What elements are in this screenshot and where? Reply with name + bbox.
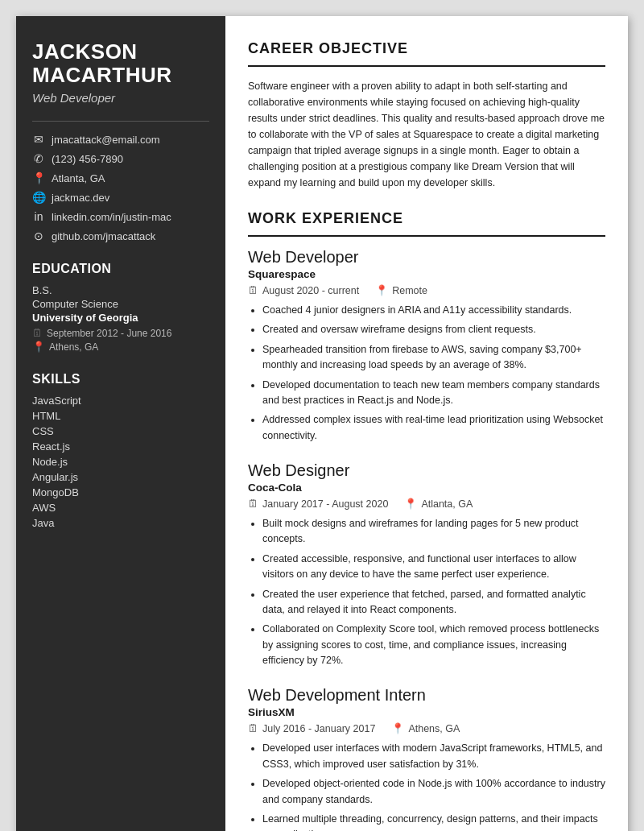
job-bullet: Collaborated on Complexity Score tool, w… bbox=[262, 622, 605, 668]
job-title: Web Development Intern bbox=[248, 686, 605, 705]
job-location: 📍 Atlanta, GA bbox=[404, 498, 473, 510]
contact-email: ✉ jmacattack@email.com bbox=[32, 133, 209, 146]
location-edu-icon: 📍 bbox=[32, 341, 45, 353]
education-dates: 🗓 September 2012 - June 2016 bbox=[32, 327, 209, 339]
job-location: 📍 Remote bbox=[375, 284, 427, 296]
job-bullets: Built mock designs and wireframes for la… bbox=[248, 516, 605, 668]
job-bullet: Coached 4 junior designers in ARIA and A… bbox=[262, 303, 605, 318]
jobs-container: Web Developer Squarespace 🗓 August 2020 … bbox=[248, 248, 605, 831]
job-bullets: Developed user interfaces with modern Ja… bbox=[248, 741, 605, 831]
contact-website: 🌐 jackmac.dev bbox=[32, 191, 209, 204]
phone-icon: ✆ bbox=[32, 152, 45, 165]
job-bullet: Developed object-oriented code in Node.j… bbox=[262, 776, 605, 808]
job-bullet: Created and oversaw wireframe designs fr… bbox=[262, 322, 605, 337]
contact-linkedin: in linkedin.com/in/justin-mac bbox=[32, 210, 209, 223]
job-company: Squarespace bbox=[248, 268, 605, 280]
skill-item: Java bbox=[32, 517, 209, 529]
skill-item: HTML bbox=[32, 410, 209, 422]
job-meta: 🗓 January 2017 - August 2020 📍 Atlanta, … bbox=[248, 498, 605, 510]
skill-item: CSS bbox=[32, 425, 209, 437]
main-content: CAREER OBJECTIVE Software engineer with … bbox=[225, 16, 628, 831]
contact-phone: ✆ (123) 456-7890 bbox=[32, 152, 209, 165]
work-experience-section: WORK EXPERIENCE Web Developer Squarespac… bbox=[248, 210, 605, 831]
contact-location: 📍 Atlanta, GA bbox=[32, 172, 209, 184]
job-meta: 🗓 July 2016 - January 2017 📍 Athens, GA bbox=[248, 722, 605, 734]
job-bullet: Created accessible, responsive, and func… bbox=[262, 552, 605, 583]
job-bullets: Coached 4 junior designers in ARIA and A… bbox=[248, 303, 605, 444]
career-objective-text: Software engineer with a proven ability … bbox=[248, 78, 605, 191]
job-dates: 🗓 August 2020 - current bbox=[248, 284, 359, 296]
skill-item: React.js bbox=[32, 440, 209, 453]
job-bullet: Developed documentation to teach new tea… bbox=[262, 378, 605, 409]
work-experience-heading: WORK EXPERIENCE bbox=[248, 210, 605, 227]
skill-item: AWS bbox=[32, 502, 209, 514]
globe-icon: 🌐 bbox=[32, 191, 45, 204]
candidate-name: JACKSON MACARTHUR bbox=[32, 40, 209, 86]
skill-item: MongoDB bbox=[32, 486, 209, 498]
job-company: Coca-Cola bbox=[248, 482, 605, 494]
job-entry: Web Development Intern SiriusXM 🗓 July 2… bbox=[248, 686, 605, 831]
job-title: Web Designer bbox=[248, 461, 605, 480]
candidate-title: Web Developer bbox=[32, 91, 209, 105]
job-entry: Web Developer Squarespace 🗓 August 2020 … bbox=[248, 248, 605, 444]
linkedin-icon: in bbox=[32, 210, 45, 223]
job-bullet: Spearheaded transition from firebase to … bbox=[262, 342, 605, 374]
location-icon: 📍 bbox=[32, 172, 45, 184]
calendar-icon: 🗓 bbox=[32, 327, 43, 339]
career-objective-section: CAREER OBJECTIVE Software engineer with … bbox=[248, 40, 605, 191]
email-icon: ✉ bbox=[32, 133, 45, 146]
job-company: SiriusXM bbox=[248, 706, 605, 718]
job-dates: 🗓 January 2017 - August 2020 bbox=[248, 498, 388, 510]
location-icon: 📍 bbox=[375, 284, 388, 296]
education-degree: B.S. bbox=[32, 284, 209, 296]
sidebar: JACKSON MACARTHUR Web Developer ✉ jmacat… bbox=[16, 16, 225, 831]
job-location: 📍 Athens, GA bbox=[391, 722, 460, 734]
calendar-icon: 🗓 bbox=[248, 498, 258, 510]
calendar-icon: 🗓 bbox=[248, 284, 258, 296]
career-objective-divider bbox=[248, 65, 605, 67]
job-bullet: Addressed complex issues with real-time … bbox=[262, 412, 605, 444]
work-experience-divider bbox=[248, 235, 605, 237]
location-icon: 📍 bbox=[391, 722, 404, 734]
job-entry: Web Designer Coca-Cola 🗓 January 2017 - … bbox=[248, 461, 605, 668]
education-school: University of Georgia bbox=[32, 312, 209, 324]
skills-heading: SKILLS bbox=[32, 372, 209, 387]
resume-container: JACKSON MACARTHUR Web Developer ✉ jmacat… bbox=[16, 16, 628, 831]
github-icon: ⊙ bbox=[32, 229, 45, 242]
skill-item: JavaScript bbox=[32, 395, 209, 407]
job-bullet: Learned multiple threading, concurrency,… bbox=[262, 812, 605, 831]
job-dates: 🗓 July 2016 - January 2017 bbox=[248, 722, 375, 734]
job-bullet: Created the user experience that fetched… bbox=[262, 587, 605, 618]
education-location: 📍 Athens, GA bbox=[32, 341, 209, 353]
divider-1 bbox=[32, 121, 209, 122]
skill-item: Angular.js bbox=[32, 471, 209, 483]
calendar-icon: 🗓 bbox=[248, 722, 258, 734]
skill-item: Node.js bbox=[32, 456, 209, 468]
skills-list: JavaScriptHTMLCSSReact.jsNode.jsAngular.… bbox=[32, 395, 209, 529]
location-icon: 📍 bbox=[404, 498, 417, 510]
job-meta: 🗓 August 2020 - current 📍 Remote bbox=[248, 284, 605, 296]
career-objective-heading: CAREER OBJECTIVE bbox=[248, 40, 605, 57]
contact-github: ⊙ github.com/jmacattack bbox=[32, 229, 209, 242]
job-bullet: Built mock designs and wireframes for la… bbox=[262, 516, 605, 548]
job-bullet: Developed user interfaces with modern Ja… bbox=[262, 741, 605, 772]
education-heading: EDUCATION bbox=[32, 262, 209, 276]
job-title: Web Developer bbox=[248, 248, 605, 267]
education-field: Computer Science bbox=[32, 298, 209, 310]
